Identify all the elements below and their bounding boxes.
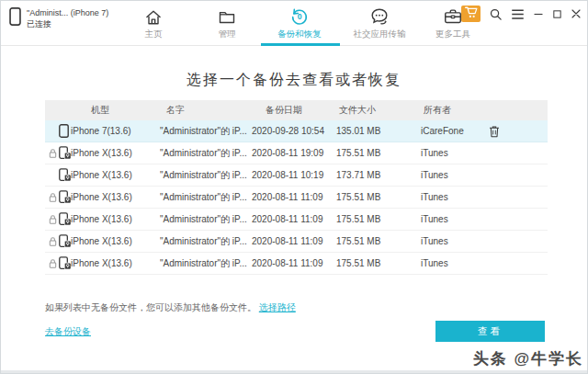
lock-icon [49, 258, 57, 269]
row-date: 2020-08-11 11:09 [252, 192, 336, 202]
titlebar-controls [461, 6, 582, 22]
hint-text: 如果列表中无备份文件，您可以添加其他备份文件。 选择路径 [45, 301, 296, 314]
row-size: 175.51 MB [336, 148, 421, 158]
phone-lock-icon [59, 256, 71, 270]
row-model: iPhone X(13.6) [71, 236, 160, 246]
phone-lock-icon [59, 168, 71, 182]
device-info: "Administ... (iPhone 7) 已连接 [9, 7, 108, 29]
row-model: iPhone X(13.6) [71, 148, 160, 158]
row-device-icons [45, 168, 71, 182]
view-button[interactable]: 查看 [435, 321, 545, 342]
row-date: 2020-08-11 11:09 [252, 236, 336, 246]
hint-label: 如果列表中无备份文件，您可以添加其他备份文件。 [45, 302, 256, 312]
phone-icon [9, 7, 21, 29]
active-tab-underline [261, 43, 340, 46]
phone-icon [59, 124, 69, 138]
row-model: iPhone X(13.6) [71, 214, 160, 224]
maximize-icon[interactable] [552, 9, 562, 19]
header-owner: 所有者 [421, 104, 478, 117]
watermark: 头条 @牛学长 [473, 348, 583, 369]
row-device-icons [45, 124, 71, 138]
row-date: 2020-09-28 10:54 [252, 126, 336, 136]
table-row[interactable]: iPhone X(13.6) "Administrator"的 iP... 20… [45, 209, 548, 231]
row-date: 2020-08-11 11:09 [252, 214, 336, 224]
row-size: 175.51 MB [336, 214, 421, 224]
row-name: "Administrator"的 iP... [160, 257, 252, 270]
choose-path-link[interactable]: 选择路径 [259, 302, 296, 312]
device-status: 已连接 [27, 18, 108, 29]
phone-lock-icon [59, 146, 71, 160]
row-date: 2020-08-11 10:19 [252, 170, 336, 180]
row-name: "Administrator"的 iP... [160, 191, 252, 204]
lock-icon [49, 236, 57, 247]
header-date: 备份日期 [252, 104, 336, 117]
header-size: 文件大小 [336, 104, 421, 117]
table-row[interactable]: iPhone X(13.6) "Administrator"的 iP... 20… [45, 187, 548, 209]
table-body: iPhone 7(13.6) "Administrator"的 iP... 20… [45, 120, 548, 275]
row-model: iPhone X(13.6) [71, 170, 160, 180]
table-header: 机型 名字 备份日期 文件大小 所有者 [45, 100, 548, 120]
header-model: 机型 [71, 104, 160, 117]
device-name: "Administ... (iPhone 7) [27, 7, 108, 18]
header-name: 名字 [160, 104, 252, 117]
lock-icon [49, 192, 57, 203]
row-device-icons [45, 212, 71, 226]
row-owner: iTunes [421, 236, 478, 246]
table-row[interactable]: iPhone X(13.6) "Administrator"的 iP... 20… [45, 164, 548, 187]
tab-backup-restore[interactable]: 0 备份和恢复 [255, 6, 344, 40]
page-title: 选择一个备份去查看或者恢复 [1, 71, 587, 90]
cart-icon [465, 6, 478, 22]
row-owner: iTunes [421, 148, 478, 158]
svg-text:0: 0 [298, 12, 302, 21]
lock-icon [49, 214, 57, 225]
table-row[interactable]: iPhone X(13.6) "Administrator"的 iP... 20… [45, 253, 548, 275]
lock-icon [49, 148, 57, 159]
row-size: 175.51 MB [336, 192, 421, 202]
row-name: "Administrator"的 iP... [160, 169, 252, 182]
table-row[interactable]: iPhone 7(13.6) "Administrator"的 iP... 20… [45, 120, 548, 142]
row-size: 175.51 MB [336, 236, 421, 246]
table-row[interactable]: iPhone X(13.6) "Administrator"的 iP... 20… [45, 231, 548, 253]
row-device-icons [45, 256, 71, 270]
row-model: iPhone 7(13.6) [71, 126, 160, 136]
backup-table: 机型 名字 备份日期 文件大小 所有者 iPhone 7(13.6) "Admi… [45, 100, 548, 275]
minimize-icon[interactable] [533, 8, 544, 19]
window-bottom-edge [1, 370, 587, 373]
menu-icon[interactable] [511, 8, 525, 20]
row-model: iPhone X(13.6) [71, 192, 160, 202]
row-date: 2020-08-11 11:09 [252, 258, 336, 268]
row-name: "Administrator"的 iP... [160, 125, 252, 138]
delete-backup-icon[interactable] [489, 125, 500, 138]
row-owner: iTunes [421, 192, 478, 202]
app-window: "Administ... (iPhone 7) 已连接 主页 管理 0 备份和恢… [0, 0, 588, 374]
row-name: "Administrator"的 iP... [160, 213, 252, 226]
row-size: 175.51 MB [336, 258, 421, 268]
row-owner: iTunes [421, 170, 478, 180]
phone-lock-icon [59, 234, 71, 248]
row-device-icons [45, 146, 71, 160]
table-row[interactable]: iPhone X(13.6) "Administrator"的 iP... 20… [45, 142, 548, 164]
row-device-icons [45, 234, 71, 248]
phone-lock-icon [59, 212, 71, 226]
close-icon[interactable] [571, 8, 582, 19]
row-model: iPhone X(13.6) [71, 258, 160, 268]
row-owner: iCareFone [421, 126, 478, 136]
row-owner: iTunes [421, 258, 478, 268]
row-date: 2020-08-11 19:09 [252, 148, 336, 158]
phone-lock-icon [59, 190, 71, 204]
cart-button[interactable] [461, 6, 481, 22]
row-device-icons [45, 190, 71, 204]
go-backup-device-link[interactable]: 去备份设备 [45, 325, 91, 338]
restore-icon: 0 [255, 6, 344, 27]
search-icon[interactable] [489, 7, 503, 21]
row-name: "Administrator"的 iP... [160, 147, 252, 160]
row-size: 135.01 MB [336, 126, 421, 136]
row-owner: iTunes [421, 214, 478, 224]
row-name: "Administrator"的 iP... [160, 235, 252, 248]
titlebar: "Administ... (iPhone 7) 已连接 主页 管理 0 备份和恢… [1, 1, 587, 46]
row-size: 173.71 MB [336, 170, 421, 180]
